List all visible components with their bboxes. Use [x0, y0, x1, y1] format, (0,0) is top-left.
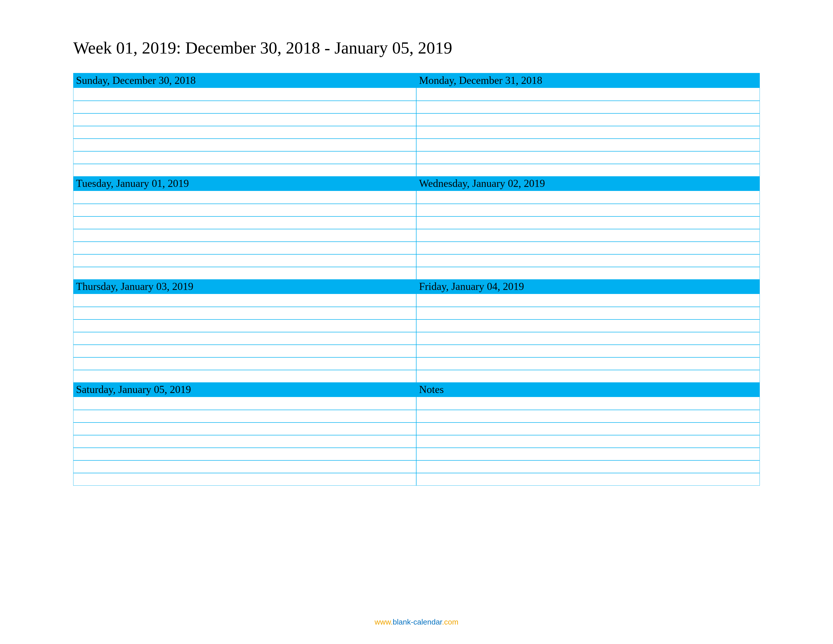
day-entry-row[interactable] — [74, 242, 416, 254]
day-entry-row[interactable] — [416, 267, 759, 279]
day-entry-row[interactable] — [416, 473, 759, 485]
day-header: Monday, December 31, 2018 — [416, 73, 759, 88]
day-entry-row[interactable] — [416, 345, 759, 357]
day-block: Tuesday, January 01, 2019 — [74, 176, 416, 279]
day-entry-row[interactable] — [416, 332, 759, 345]
footer-www: www. — [375, 618, 393, 626]
day-header: Thursday, January 03, 2019 — [74, 279, 416, 294]
day-entry-row[interactable] — [416, 204, 759, 216]
day-entry-row[interactable] — [416, 254, 759, 267]
day-entry-row[interactable] — [416, 410, 759, 422]
day-entry-row[interactable] — [74, 473, 416, 485]
day-entry-row[interactable] — [74, 345, 416, 357]
day-entry-row[interactable] — [416, 113, 759, 126]
day-entry-row[interactable] — [74, 126, 416, 138]
day-entry-row[interactable] — [74, 422, 416, 435]
day-rows — [74, 191, 416, 279]
day-entry-row[interactable] — [416, 216, 759, 229]
footer-link[interactable]: www.blank-calendar.com — [0, 618, 833, 626]
day-entry-row[interactable] — [416, 319, 759, 332]
day-entry-row[interactable] — [74, 357, 416, 370]
footer-domain: blank-calendar — [393, 618, 442, 626]
day-entry-row[interactable] — [416, 126, 759, 138]
day-entry-row[interactable] — [74, 397, 416, 410]
day-entry-row[interactable] — [416, 294, 759, 307]
day-rows — [74, 397, 416, 485]
day-block: Monday, December 31, 2018 — [416, 73, 759, 176]
day-entry-row[interactable] — [416, 422, 759, 435]
day-entry-row[interactable] — [74, 229, 416, 242]
day-header: Wednesday, January 02, 2019 — [416, 176, 759, 191]
day-entry-row[interactable] — [416, 229, 759, 242]
day-entry-row[interactable] — [74, 435, 416, 448]
day-rows — [416, 397, 759, 485]
day-entry-row[interactable] — [416, 370, 759, 382]
day-entry-row[interactable] — [74, 88, 416, 100]
day-entry-row[interactable] — [416, 151, 759, 164]
day-block: Friday, January 04, 2019 — [416, 279, 759, 382]
day-entry-row[interactable] — [416, 435, 759, 448]
day-entry-row[interactable] — [74, 370, 416, 382]
day-header: Sunday, December 30, 2018 — [74, 73, 416, 88]
day-entry-row[interactable] — [416, 164, 759, 176]
day-entry-row[interactable] — [74, 100, 416, 113]
day-entry-row[interactable] — [74, 319, 416, 332]
page-title: Week 01, 2019: December 30, 2018 - Janua… — [73, 38, 760, 58]
day-rows — [74, 88, 416, 176]
day-rows — [74, 294, 416, 382]
day-entry-row[interactable] — [74, 191, 416, 204]
day-entry-row[interactable] — [416, 307, 759, 319]
day-entry-row[interactable] — [74, 113, 416, 126]
day-header: Tuesday, January 01, 2019 — [74, 176, 416, 191]
day-entry-row[interactable] — [74, 138, 416, 151]
day-header: Notes — [416, 382, 759, 397]
day-block: Notes — [416, 382, 759, 485]
day-entry-row[interactable] — [416, 138, 759, 151]
day-block: Wednesday, January 02, 2019 — [416, 176, 759, 279]
day-block: Saturday, January 05, 2019 — [74, 382, 416, 485]
day-header: Friday, January 04, 2019 — [416, 279, 759, 294]
day-rows — [416, 191, 759, 279]
day-entry-row[interactable] — [74, 164, 416, 176]
day-block: Sunday, December 30, 2018 — [74, 73, 416, 176]
day-entry-row[interactable] — [416, 88, 759, 100]
day-entry-row[interactable] — [74, 448, 416, 460]
footer-com: .com — [442, 618, 458, 626]
day-entry-row[interactable] — [74, 460, 416, 473]
day-entry-row[interactable] — [74, 254, 416, 267]
day-rows — [416, 294, 759, 382]
day-entry-row[interactable] — [74, 307, 416, 319]
day-rows — [416, 88, 759, 176]
day-entry-row[interactable] — [74, 267, 416, 279]
day-entry-row[interactable] — [416, 191, 759, 204]
day-entry-row[interactable] — [416, 397, 759, 410]
day-entry-row[interactable] — [74, 204, 416, 216]
day-header: Saturday, January 05, 2019 — [74, 382, 416, 397]
day-entry-row[interactable] — [416, 460, 759, 473]
calendar-grid: Sunday, December 30, 2018Monday, Decembe… — [73, 73, 760, 486]
day-entry-row[interactable] — [74, 332, 416, 345]
day-block: Thursday, January 03, 2019 — [74, 279, 416, 382]
day-entry-row[interactable] — [74, 410, 416, 422]
day-entry-row[interactable] — [74, 151, 416, 164]
day-entry-row[interactable] — [416, 448, 759, 460]
day-entry-row[interactable] — [416, 100, 759, 113]
day-entry-row[interactable] — [74, 216, 416, 229]
day-entry-row[interactable] — [74, 294, 416, 307]
day-entry-row[interactable] — [416, 357, 759, 370]
day-entry-row[interactable] — [416, 242, 759, 254]
